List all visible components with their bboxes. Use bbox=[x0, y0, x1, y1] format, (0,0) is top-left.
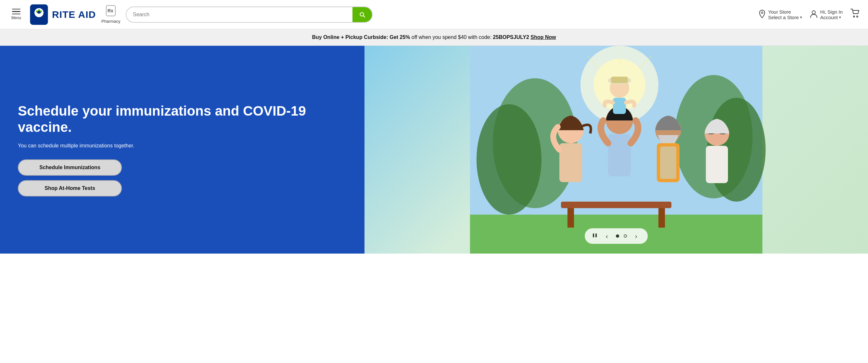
pharmacy-link[interactable]: Rx Pharmacy bbox=[101, 5, 121, 24]
shop-at-home-tests-button[interactable]: Shop At-Home Tests bbox=[18, 180, 122, 196]
hero-buttons: Schedule Immunizations Shop At-Home Test… bbox=[18, 159, 347, 196]
svg-rect-23 bbox=[559, 143, 582, 182]
svg-point-8 bbox=[812, 11, 815, 14]
svg-rect-28 bbox=[611, 77, 628, 83]
header: Menu RITE AID Rx Pharmacy bbox=[0, 0, 868, 29]
svg-point-15 bbox=[476, 104, 541, 214]
svg-point-7 bbox=[761, 12, 763, 13]
location-icon bbox=[758, 10, 766, 20]
svg-text:Rx: Rx bbox=[107, 8, 113, 13]
carousel-next-button[interactable]: › bbox=[631, 231, 641, 240]
svg-rect-38 bbox=[593, 233, 594, 237]
account-top-label: Hi, Sign In bbox=[820, 9, 843, 14]
hamburger-icon bbox=[12, 9, 21, 14]
svg-point-3 bbox=[38, 9, 40, 11]
carousel-controls: ‹ › bbox=[585, 228, 648, 244]
account-section[interactable]: Hi, Sign In Account ▾ bbox=[810, 9, 843, 20]
account-icon bbox=[810, 10, 818, 20]
brand-name: RITE AID bbox=[52, 10, 96, 20]
hero-headline: Schedule your immunizations and COVID-19… bbox=[18, 103, 347, 136]
promo-banner: Buy Online + Pickup Curbside: Get 25% of… bbox=[0, 29, 868, 46]
search-button[interactable] bbox=[352, 6, 372, 23]
search-bar bbox=[126, 6, 373, 23]
cart-button[interactable] bbox=[850, 9, 860, 20]
hero-image bbox=[365, 46, 868, 254]
svg-rect-20 bbox=[567, 208, 574, 228]
pharmacy-label: Pharmacy bbox=[101, 19, 121, 24]
account-text: Hi, Sign In Account ▾ bbox=[820, 9, 843, 20]
hero-subtext: You can schedule multiple immunizations … bbox=[18, 142, 347, 150]
pharmacy-icon: Rx bbox=[106, 5, 116, 18]
logo-text: RITE AID bbox=[52, 10, 96, 20]
carousel-pause-button[interactable] bbox=[592, 232, 598, 240]
chevron-down-icon: ▾ bbox=[800, 15, 802, 20]
svg-rect-29 bbox=[613, 98, 626, 114]
store-text: Your Store Select a Store ▾ bbox=[768, 9, 802, 20]
hero-section: Schedule your immunizations and COVID-19… bbox=[0, 46, 868, 254]
svg-rect-39 bbox=[595, 233, 597, 237]
svg-rect-25 bbox=[608, 134, 631, 176]
svg-rect-21 bbox=[658, 208, 665, 228]
menu-button[interactable]: Menu bbox=[8, 9, 25, 21]
schedule-immunizations-button[interactable]: Schedule Immunizations bbox=[18, 159, 122, 176]
shop-now-link[interactable]: Shop Now bbox=[530, 34, 556, 40]
svg-point-9 bbox=[854, 16, 855, 17]
promo-code: 25BOPSJULY2 bbox=[493, 34, 529, 40]
carousel-prev-button[interactable]: ‹ bbox=[602, 231, 611, 240]
svg-rect-34 bbox=[706, 146, 728, 183]
carousel-dot-2[interactable] bbox=[624, 234, 627, 238]
store-selector[interactable]: Your Store Select a Store ▾ bbox=[758, 9, 802, 20]
search-input[interactable] bbox=[126, 12, 352, 18]
hero-right-panel: ‹ › bbox=[365, 46, 868, 254]
promo-text-normal: off when you spend $40 with code: bbox=[410, 34, 493, 40]
store-bottom-label: Select a Store ▾ bbox=[768, 14, 802, 20]
logo[interactable]: RITE AID bbox=[30, 4, 96, 25]
svg-rect-32 bbox=[660, 146, 676, 179]
header-actions: Your Store Select a Store ▾ Hi, Sign In … bbox=[758, 9, 860, 20]
logo-icon bbox=[30, 4, 48, 25]
store-top-label: Your Store bbox=[768, 9, 802, 14]
carousel-dot-1[interactable] bbox=[616, 234, 619, 238]
svg-point-4 bbox=[40, 10, 42, 12]
account-chevron-icon: ▾ bbox=[839, 15, 841, 20]
hero-left-panel: Schedule your immunizations and COVID-19… bbox=[0, 46, 365, 254]
search-icon bbox=[359, 11, 366, 18]
account-bottom-label: Account ▾ bbox=[820, 14, 843, 20]
svg-point-2 bbox=[36, 10, 38, 12]
menu-label: Menu bbox=[11, 15, 21, 20]
svg-rect-19 bbox=[561, 202, 672, 208]
svg-point-10 bbox=[857, 16, 858, 17]
promo-text-bold: Buy Online + Pickup Curbside: Get 25% bbox=[312, 34, 410, 40]
